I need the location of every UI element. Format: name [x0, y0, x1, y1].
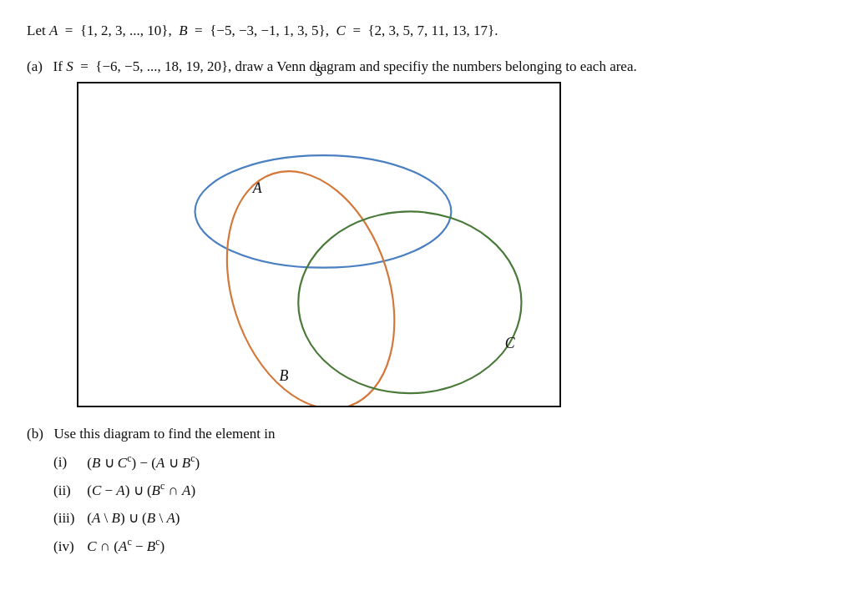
venn-box: A B C: [77, 82, 561, 407]
svg-point-2: [198, 149, 422, 406]
header-text: Let A = {1, 2, 3, ..., 10}, B = {−5, −3,…: [27, 20, 828, 42]
part-a: (a) If S = {−6, −5, ..., 18, 19, 20}, dr…: [27, 58, 828, 407]
venn-container: S A B C: [77, 82, 561, 407]
roman-ii: (ii): [53, 479, 83, 502]
sub-item-iv: (iv) C ∩ (Ac − Bc): [53, 534, 828, 558]
part-a-label: (a) If S = {−6, −5, ..., 18, 19, 20}, dr…: [27, 58, 828, 75]
svg-text:C: C: [505, 334, 516, 351]
svg-point-4: [298, 211, 521, 393]
sub-item-ii: (ii) (C − A) ∪ (Bc ∩ A): [53, 478, 828, 502]
part-b-label: (b) Use this diagram to find the element…: [27, 426, 828, 442]
roman-iii: (iii): [53, 507, 83, 529]
venn-svg: A B C: [78, 83, 559, 406]
part-b: (b) Use this diagram to find the element…: [27, 426, 828, 558]
sub-items: (i) (B ∪ Cc) − (A ∪ Bc) (ii) (C − A) ∪ (…: [53, 451, 828, 558]
sub-item-iii: (iii) (A \ B) ∪ (B \ A): [53, 507, 828, 529]
sub-item-i: (i) (B ∪ Cc) − (A ∪ Bc): [53, 451, 828, 474]
svg-text:B: B: [279, 367, 288, 384]
roman-iv: (iv): [53, 535, 83, 558]
roman-i: (i): [53, 451, 83, 473]
s-label: S: [316, 63, 323, 80]
